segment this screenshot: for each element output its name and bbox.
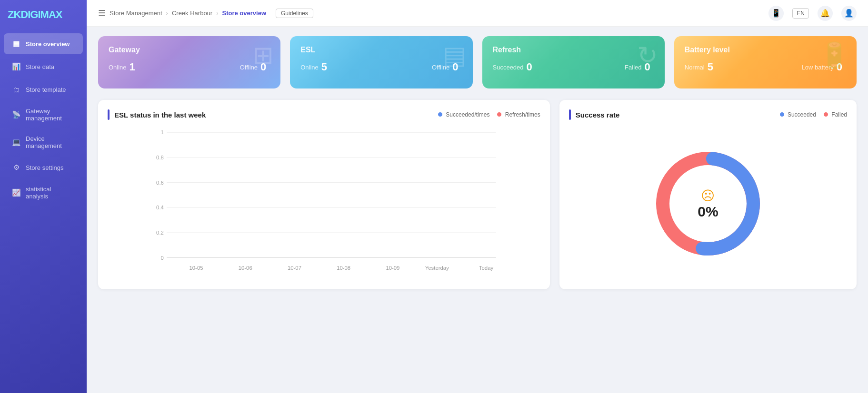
breadcrumb-sep1: › <box>166 10 168 17</box>
gateway-management-icon: 📡 <box>11 110 21 119</box>
esl-chart-title-wrapper: ESL status in the last week <box>108 109 206 120</box>
esl-chart-header: ESL status in the last week Succeeded/ti… <box>108 109 540 120</box>
sidebar-item-label: Store settings <box>26 164 64 171</box>
sidebar-item-label: statistical analysis <box>26 186 75 200</box>
refresh-succeeded-value: 0 <box>527 61 532 73</box>
svg-text:10-07: 10-07 <box>288 265 301 271</box>
svg-text:Yesterday: Yesterday <box>425 265 449 271</box>
refresh-card-title: Refresh <box>493 46 654 54</box>
device-management-icon: 💻 <box>11 138 21 147</box>
statistical-analysis-icon: 📈 <box>11 188 21 197</box>
gateway-bg-decoration: ⊞ <box>253 41 274 69</box>
success-rate-title-wrapper: Success rate <box>569 109 620 120</box>
app-logo: ZKDIGIMAX <box>8 9 79 21</box>
sidebar-item-device-management[interactable]: 💻 Device management <box>4 129 83 155</box>
donut-emoji: ☹ <box>701 188 715 204</box>
esl-line-chart-card: ESL status in the last week Succeeded/ti… <box>98 100 550 289</box>
guidelines-button[interactable]: Guidelines <box>276 9 313 18</box>
legend-succeeded-rate-label: Succeeded <box>788 111 816 118</box>
legend-failed-rate-dot <box>824 112 828 117</box>
legend-refresh-dot <box>497 112 501 117</box>
sidebar-item-label: Store overview <box>26 40 70 48</box>
logo-area: ZKDIGIMAX <box>0 0 87 32</box>
legend-failed-rate: Failed <box>824 111 847 118</box>
refresh-bg-decoration: ↻ <box>637 41 658 69</box>
esl-card: ESL Online 5 Offline 0 ▤ <box>290 36 472 88</box>
breadcrumb-mid[interactable]: Creek Harbour <box>172 10 212 17</box>
svg-text:0.4: 0.4 <box>156 205 164 210</box>
tablet-icon[interactable]: 📱 <box>768 6 784 21</box>
sidebar-item-statistical-analysis[interactable]: 📈 statistical analysis <box>4 180 83 206</box>
page-content: Gateway Online 1 Offline 0 ⊞ ESL Online … <box>87 27 868 393</box>
legend-succeeded: Succeeded/times <box>438 111 489 118</box>
sidebar-item-gateway-management[interactable]: 📡 Gateway management <box>4 102 83 128</box>
battery-card: Battery level Normal 5 Low battery 0 🔋 <box>674 36 857 88</box>
user-avatar[interactable]: 👤 <box>841 6 857 21</box>
sidebar-item-label: Store data <box>26 63 54 70</box>
header-actions: 📱 EN 🔔 👤 <box>768 6 857 21</box>
store-settings-icon: ⚙ <box>11 163 21 172</box>
gateway-online-label: Online <box>109 64 127 71</box>
svg-text:10-05: 10-05 <box>189 265 203 271</box>
legend-succeeded-label: Succeeded/times <box>446 111 489 118</box>
gateway-online-value: 1 <box>130 61 135 73</box>
legend-refresh-label: Refresh/times <box>505 111 540 118</box>
chart-title-accent <box>108 109 110 120</box>
donut-center-content: ☹ 0% <box>698 188 718 220</box>
header: ☰ Store Management › Creek Harbour › Sto… <box>87 0 868 27</box>
svg-text:0.2: 0.2 <box>156 230 164 236</box>
sidebar-item-label: Device management <box>26 135 75 149</box>
main-area: ☰ Store Management › Creek Harbour › Sto… <box>87 0 868 393</box>
success-chart-title-accent <box>569 109 571 120</box>
sidebar-item-store-data[interactable]: 📊 Store data <box>4 56 83 77</box>
success-rate-chart-header: Success rate Succeeded Failed <box>569 109 847 120</box>
esl-chart-legend: Succeeded/times Refresh/times <box>438 111 540 118</box>
svg-text:0.8: 0.8 <box>156 155 164 160</box>
sidebar-item-store-settings[interactable]: ⚙ Store settings <box>4 157 83 178</box>
success-rate-chart-title: Success rate <box>576 111 620 119</box>
breadcrumb-root[interactable]: Store Management <box>110 10 162 17</box>
gateway-card: Gateway Online 1 Offline 0 ⊞ <box>98 36 280 88</box>
esl-bg-decoration: ▤ <box>443 41 466 69</box>
success-rate-chart-card: Success rate Succeeded Failed <box>559 100 857 289</box>
legend-succeeded-rate: Succeeded <box>780 111 816 118</box>
language-selector[interactable]: EN <box>792 8 809 19</box>
sidebar-item-label: Gateway management <box>26 108 75 122</box>
svg-text:0: 0 <box>161 255 164 261</box>
sidebar-item-store-template[interactable]: 🗂 Store template <box>4 79 83 100</box>
breadcrumb-sep2: › <box>216 10 218 17</box>
battery-normal-label: Normal <box>685 64 705 71</box>
breadcrumb-current: Store overview <box>222 10 267 17</box>
svg-text:10-06: 10-06 <box>239 265 252 271</box>
gateway-card-stats: Online 1 Offline 0 <box>109 61 270 73</box>
sidebar: ZKDIGIMAX ▦ Store overview 📊 Store data … <box>0 0 87 393</box>
sidebar-item-label: Store template <box>26 86 66 93</box>
sidebar-collapse-button[interactable]: ☰ <box>98 8 106 19</box>
battery-normal-value: 5 <box>708 61 713 73</box>
legend-refresh: Refresh/times <box>497 111 540 118</box>
svg-text:1: 1 <box>161 129 164 135</box>
esl-card-title: ESL <box>300 46 462 54</box>
esl-chart-svg: 1 0.8 0.6 0.4 0.2 0 10-05 10-06 10-07 10… <box>108 128 540 280</box>
donut-chart-area: ☹ 0% <box>569 128 847 280</box>
store-overview-icon: ▦ <box>11 39 21 49</box>
legend-succeeded-rate-dot <box>780 112 784 117</box>
svg-text:Today: Today <box>479 265 494 271</box>
esl-line-chart: 1 0.8 0.6 0.4 0.2 0 10-05 10-06 10-07 10… <box>108 128 540 280</box>
refresh-card: Refresh Succeeded 0 Failed 0 ↻ <box>482 36 665 88</box>
svg-text:0.6: 0.6 <box>156 180 164 186</box>
refresh-succeeded-label: Succeeded <box>493 64 524 71</box>
esl-online-value: 5 <box>321 61 327 73</box>
battery-bg-decoration: 🔋 <box>819 41 850 70</box>
refresh-card-stats: Succeeded 0 Failed 0 <box>493 61 654 73</box>
gateway-card-title: Gateway <box>109 46 270 54</box>
donut-percentage: 0% <box>698 204 718 220</box>
legend-failed-rate-label: Failed <box>831 111 847 118</box>
notification-icon[interactable]: 🔔 <box>818 6 833 21</box>
esl-online-label: Online <box>300 64 319 71</box>
svg-text:10-08: 10-08 <box>337 265 350 271</box>
store-data-icon: 📊 <box>11 62 21 71</box>
esl-chart-title: ESL status in the last week <box>114 111 206 119</box>
store-template-icon: 🗂 <box>11 85 21 94</box>
sidebar-item-store-overview[interactable]: ▦ Store overview <box>4 33 83 54</box>
